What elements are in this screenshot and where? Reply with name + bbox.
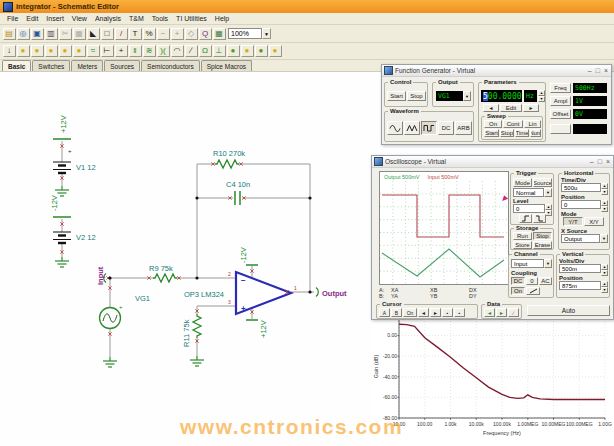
open-file-icon[interactable]: ▤ — [3, 28, 16, 40]
channel-select[interactable]: Input ▼ — [511, 259, 552, 268]
auto-button[interactable]: Auto — [527, 305, 610, 316]
storage-erase-button[interactable]: Erase — [533, 241, 552, 249]
coupling-dc-button[interactable]: DC — [511, 277, 525, 285]
cursor-button-3[interactable]: ◄ — [418, 308, 429, 317]
fg-output-select[interactable]: VG1 ▼ — [436, 91, 471, 101]
relay-icon[interactable]: ◠ — [171, 45, 184, 57]
zoom-window-icon[interactable]: □ — [101, 28, 114, 40]
tab-switches[interactable]: Switches — [32, 60, 70, 71]
digit-right-button[interactable]: ► — [523, 104, 539, 112]
tab-semiconductors[interactable]: Semiconductors — [141, 60, 200, 71]
output-jack[interactable] — [316, 288, 318, 297]
frequency-display[interactable]: 500.0000 — [481, 90, 522, 102]
offset-readout-button[interactable]: Offset — [550, 109, 571, 119]
label-op-plus12[interactable]: +12V — [259, 320, 268, 338]
chevron-down-icon[interactable]: ▼ — [544, 188, 552, 197]
cross-icon[interactable]: + — [115, 45, 128, 57]
current-generator-icon[interactable]: ● — [73, 45, 86, 57]
battery-v2[interactable] — [53, 232, 71, 243]
wire-icon[interactable]: ↓ — [3, 45, 16, 57]
ammeter-icon[interactable]: ● — [241, 45, 254, 57]
label-v2[interactable]: V2 12 — [76, 233, 96, 242]
label-output[interactable]: Output — [322, 289, 347, 298]
capacitor-icon[interactable]: ‖ — [129, 45, 142, 57]
menu-file[interactable]: File — [3, 15, 22, 22]
data-clear-icon[interactable]: ∕ — [508, 308, 519, 317]
digit-left-button[interactable]: ◄ — [483, 104, 499, 112]
trigger-mode-select[interactable]: Normal ▼ — [513, 188, 552, 197]
select-arrow-icon[interactable]: ◣ — [87, 28, 100, 40]
resistor-r10[interactable] — [215, 160, 239, 168]
voltage-source-icon[interactable]: ● — [31, 45, 44, 57]
zoom-out-icon[interactable]: − — [157, 28, 170, 40]
trigger-source-button[interactable]: Source — [533, 178, 552, 187]
ground-v2[interactable] — [55, 257, 69, 267]
freq-readout-button[interactable]: Freq — [550, 83, 571, 93]
chevron-down-icon[interactable]: ▼ — [544, 259, 552, 268]
spin-down-icon[interactable]: ▼ — [601, 189, 608, 195]
tab-sources[interactable]: Sources — [104, 60, 140, 71]
data-last-icon[interactable]: ► — [496, 308, 507, 317]
zoom-in-icon[interactable]: + — [171, 28, 184, 40]
label-c4[interactable]: C4 10n — [226, 180, 250, 189]
tab-spice-macros[interactable]: Spice Macros — [201, 60, 252, 71]
menu-analysis[interactable]: Analysis — [91, 15, 125, 22]
menu-tools[interactable]: Tools — [148, 15, 172, 22]
chevron-down-icon[interactable]: ▼ — [463, 91, 471, 101]
oscilloscope-icon[interactable]: ● — [269, 45, 282, 57]
cursor-button-0[interactable]: A — [379, 308, 390, 317]
save-icon[interactable]: ▣ — [31, 28, 44, 40]
resistor-r11[interactable] — [193, 314, 201, 338]
spin-down-icon[interactable]: ▼ — [601, 270, 608, 276]
percent-icon[interactable]: % — [143, 28, 156, 40]
label-plus12[interactable]: +12V — [59, 115, 68, 133]
function-generator-titlebar[interactable]: Function Generator - Virtual – □ × — [382, 65, 611, 77]
label-v1[interactable]: V1 12 — [76, 163, 96, 172]
sweep-lin-button[interactable]: Lin — [524, 120, 541, 128]
yt-mode-button[interactable]: Y/T — [563, 217, 583, 226]
battery-v1[interactable] — [53, 162, 71, 173]
ground-icon[interactable]: ⊥ — [213, 45, 226, 57]
tab-meters[interactable]: Meters — [71, 60, 103, 71]
menu-insert[interactable]: Insert — [42, 15, 68, 22]
trigger-mode-button[interactable]: Mode — [513, 178, 532, 187]
ampl-readout-button[interactable]: Ampl — [550, 96, 571, 106]
text-tool-icon[interactable]: T — [129, 28, 142, 40]
label-opamp[interactable]: OP3 LM324 — [184, 290, 224, 299]
resistor-icon[interactable]: ≈ — [87, 45, 100, 57]
wattmeter-icon[interactable]: ● — [255, 45, 268, 57]
data-first-icon[interactable]: ◄ — [484, 308, 495, 317]
arb-wave-button[interactable]: ARB — [455, 121, 472, 135]
battery-icon[interactable]: ● — [17, 45, 30, 57]
label-op-minus12[interactable]: -12V — [239, 247, 248, 263]
oscilloscope-window[interactable]: Oscilloscope - Virtual – □ × Output 500m… — [371, 155, 614, 320]
cursor-button-6[interactable]: ▪ — [454, 308, 465, 317]
v-position-stepper[interactable]: 875m ▲▼ — [559, 281, 608, 290]
pan-icon[interactable]: ◇ — [185, 28, 198, 40]
label-minus12[interactable]: -12V — [50, 195, 59, 211]
spin-down-icon[interactable]: ▼ — [538, 96, 545, 102]
spin-down-icon[interactable]: ▼ — [545, 210, 552, 216]
menu-ti-utilities[interactable]: TI Utilities — [172, 15, 211, 22]
square-wave-button[interactable] — [421, 121, 437, 135]
xsource-select[interactable]: Output ▼ — [561, 234, 608, 243]
channel-on-button[interactable]: On — [511, 287, 525, 295]
close-icon[interactable]: × — [604, 66, 608, 75]
label-r9[interactable]: R9 75k — [149, 264, 173, 273]
print-icon[interactable]: ▥ — [45, 28, 58, 40]
resistor-r9[interactable] — [153, 274, 177, 282]
switch-icon[interactable]: ∕ — [185, 45, 198, 57]
sine-wave-button[interactable] — [387, 121, 403, 135]
menu-edit[interactable]: Edit — [22, 15, 42, 22]
menu-view[interactable]: View — [68, 15, 91, 22]
sweep-time-button[interactable]: Time — [515, 129, 529, 137]
voltage-generator-icon[interactable]: ● — [59, 45, 72, 57]
minimize-icon[interactable]: – — [588, 66, 592, 75]
oscilloscope-titlebar[interactable]: Oscilloscope - Virtual – □ × — [372, 156, 613, 168]
transformer-icon[interactable]: )( — [157, 45, 170, 57]
dc-wave-button[interactable]: DC — [438, 121, 454, 135]
sweep-on-button[interactable]: On — [484, 120, 502, 128]
current-source-icon[interactable]: ● — [45, 45, 58, 57]
maximize-icon[interactable]: □ — [598, 157, 602, 166]
ground-vg1[interactable] — [103, 357, 117, 367]
